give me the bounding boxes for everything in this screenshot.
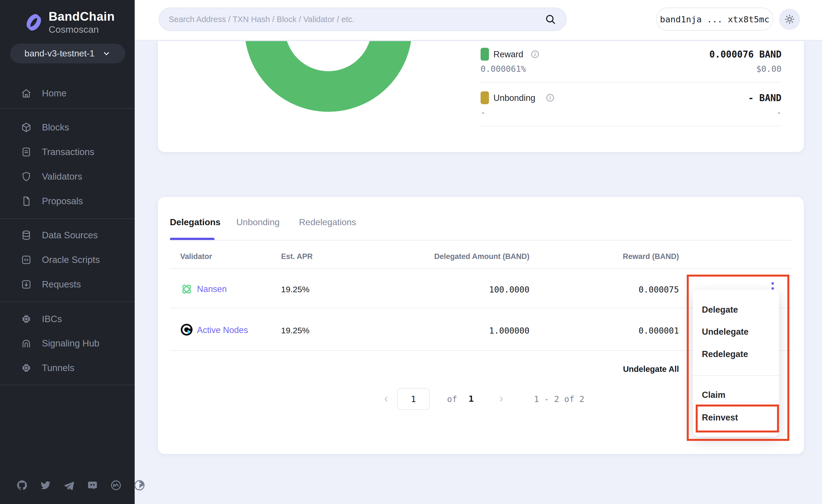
kebab-dot [771,282,774,285]
chip-icon [21,314,32,325]
menu-divider [693,375,779,376]
apr-cell: 19.25% [281,285,310,294]
column-header-delegated: Delegated Amount (BAND) [434,252,529,261]
nansen-validator-icon [180,283,193,296]
sidebar-item-blocks[interactable]: Blocks [0,118,135,136]
search-input[interactable] [169,15,544,24]
previous-page-button[interactable]: ‹ [384,393,388,404]
divider [481,126,782,126]
sidebar-item-label: Data Sources [42,230,98,240]
sidebar-item-proposals[interactable]: Proposals [0,192,135,210]
sun-icon [784,13,795,25]
sidebar-item-home[interactable]: Home [0,84,135,102]
menu-item-delegate[interactable]: Delegate [702,305,738,315]
page-number-input[interactable]: 1 [397,388,430,410]
sidebar-item-label: Blocks [42,122,69,133]
chevron-down-icon [102,49,111,58]
divider [170,268,792,269]
code-box-icon [21,254,32,266]
search-icon[interactable] [544,13,556,25]
sidebar-divider [0,385,135,385]
overview-info-panel: Reward 0.000076 BAND 0.000061% $0.00 Unb… [481,41,782,152]
github-icon[interactable] [16,479,28,491]
page-range-label: 1 - 2 of 2 [534,394,584,404]
sidebar-item-oracle-scripts[interactable]: Oracle Scripts [0,251,135,269]
sidebar-item-label: Validators [42,171,82,182]
unbonding-left-value: - [481,107,486,117]
cube-icon [21,122,32,133]
sidebar-item-label: Transactions [42,147,94,157]
file-icon [21,195,32,207]
current-page: 1 [411,394,416,404]
wallet-address: band1nja ... xtx8t5mc [660,14,770,24]
total-pages: 1 [469,394,474,404]
social-links [16,479,145,491]
search-bar[interactable] [159,8,567,31]
telegram-icon[interactable] [63,479,75,491]
coinmarketcap-icon[interactable] [110,479,122,491]
info-icon[interactable] [545,93,555,102]
sidebar-item-data-sources[interactable]: Data Sources [0,226,135,244]
reward-label: Reward [493,49,523,59]
menu-item-claim[interactable]: Claim [702,390,725,400]
twitter-icon[interactable] [40,479,51,491]
sidebar-item-transactions[interactable]: Transactions [0,143,135,161]
bandchain-logo-icon [25,11,43,34]
undelegate-all-button[interactable]: Undelegate All [623,365,679,374]
tunnel-arch-icon [21,338,32,349]
active-nodes-validator-icon [180,323,193,336]
sidebar-item-validators[interactable]: Validators [0,168,135,185]
delegated-amount-cell: 1.000000 [489,326,530,336]
home-icon [21,88,32,99]
sidebar: BandChain Cosmoscan band-v3-testnet-1 Ho… [0,0,135,504]
tab-redelegations[interactable]: Redelegations [299,217,356,227]
sidebar-item-requests[interactable]: Requests [0,276,135,293]
network-selector[interactable]: band-v3-testnet-1 [10,44,125,63]
validator-link[interactable]: Active Nodes [197,325,248,335]
sidebar-divider [0,302,135,302]
sidebar-item-label: Home [42,88,66,99]
coingecko-icon[interactable] [133,479,145,491]
page-of-label: of [447,394,457,404]
chip-icon [21,362,32,374]
next-page-button[interactable]: › [499,393,503,404]
brand-title: BandChain [49,9,115,23]
menu-item-redelegate[interactable]: Redelegate [702,349,748,359]
unbonding-legend-swatch [481,91,489,104]
delegation-donut-chart [245,41,412,112]
column-header-apr: Est. APR [281,252,313,261]
sidebar-item-label: Proposals [42,196,83,206]
brand[interactable]: BandChain Cosmoscan [25,9,115,35]
sidebar-item-label: Signaling Hub [42,338,99,349]
menu-item-reinvest[interactable]: Reinvest [702,413,738,423]
discord-icon[interactable] [87,479,98,491]
account-overview-card: Reward 0.000076 BAND 0.000061% $0.00 Unb… [158,41,804,152]
sidebar-item-tunnels[interactable]: Tunnels [0,359,135,377]
bandchain-cosmoscan-app: BandChain Cosmoscan band-v3-testnet-1 Ho… [0,0,822,504]
theme-toggle-button[interactable] [779,9,800,30]
sidebar-divider [0,218,135,219]
delegated-amount-cell: 100.0000 [489,285,530,295]
reward-cell: 0.000001 [639,326,679,336]
reward-cell: 0.000075 [639,285,679,295]
document-lines-icon [21,146,32,157]
reward-legend-swatch [481,48,489,61]
download-box-icon [21,279,32,290]
sidebar-item-label: Requests [42,279,81,290]
sidebar-item-label: Tunnels [42,363,74,373]
wallet-address-button[interactable]: band1nja ... xtx8t5mc [656,8,773,31]
validator-link[interactable]: Nansen [197,284,227,294]
menu-item-undelegate[interactable]: Undelegate [702,327,749,337]
sidebar-item-signaling-hub[interactable]: Signaling Hub [0,335,135,352]
apr-cell: 19.25% [281,326,310,335]
sidebar-item-ibcs[interactable]: IBCs [0,310,135,328]
info-icon[interactable] [530,49,540,59]
brand-subtitle: Cosmoscan [49,24,115,35]
tab-unbonding[interactable]: Unbonding [237,217,280,227]
shield-icon [21,171,32,182]
network-name: band-v3-testnet-1 [25,48,95,59]
reward-percent: 0.000061% [481,64,526,74]
kebab-dot [771,287,774,290]
tab-delegations[interactable]: Delegations [170,217,221,227]
reward-amount: 0.000076 BAND [709,49,782,60]
